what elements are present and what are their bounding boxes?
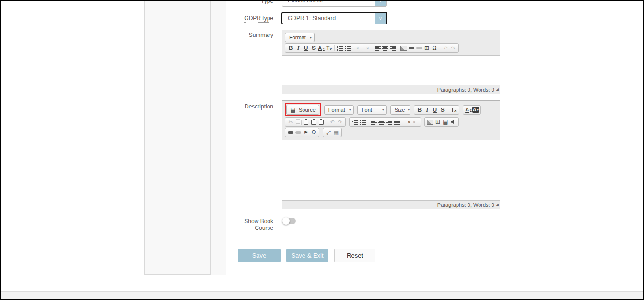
strike-icon[interactable]: S [439, 106, 446, 114]
unlink-icon[interactable] [415, 44, 423, 52]
summary-editing-area[interactable] [282, 55, 500, 85]
copy-icon[interactable] [294, 118, 302, 126]
toolbar-separator [398, 45, 398, 51]
redo-icon[interactable]: ↷ [336, 118, 344, 126]
description-status-bar: Paragraphs: 0, Words: 0 ◢ [282, 201, 500, 209]
list-ul-icon[interactable] [344, 44, 351, 52]
outdent-icon[interactable]: ⇤ [411, 118, 419, 126]
gdpr-type-select[interactable]: GDPR 1: Standard ∨ [281, 12, 387, 24]
toolbar-separator [440, 45, 440, 51]
description-label: Description [226, 103, 273, 110]
align-right-icon[interactable] [389, 44, 397, 52]
list-ul-icon[interactable] [359, 118, 366, 126]
toolbar-separator [334, 45, 335, 51]
bold-icon[interactable]: B [287, 44, 294, 52]
align-center-icon[interactable] [377, 118, 385, 126]
indent-icon[interactable]: ⇥ [404, 118, 411, 126]
summary-editor: Format▾ BIUSAT⇤⇥⊞Ω↶↷ Paragraphs: 0, Word… [282, 30, 500, 94]
paste-icon[interactable] [302, 118, 310, 126]
indent-icon[interactable]: ⇥ [363, 44, 370, 52]
maximize-icon[interactable]: ⤢ [325, 129, 332, 136]
size-dropdown[interactable]: Size▾ [390, 105, 410, 115]
type-select[interactable]: Please Select ∨ [282, 0, 387, 7]
paste-word-icon[interactable] [317, 118, 325, 126]
caret-down-icon: ▾ [408, 108, 410, 112]
redo-icon[interactable]: ↷ [449, 44, 457, 52]
summary-toolbar: Format▾ BIUSAT⇤⇥⊞Ω↶↷ [282, 30, 500, 55]
toggle-knob [282, 217, 290, 225]
align-left-icon[interactable] [374, 44, 381, 52]
list-ol-icon[interactable] [351, 118, 359, 126]
strike-icon[interactable]: S [310, 44, 317, 52]
toolbar-group: ⤢▦ [323, 128, 342, 137]
page: Type Please Select ∨ GDPR type GDPR 1: S… [0, 0, 644, 300]
font-dropdown[interactable]: Font▾ [357, 105, 387, 115]
description-editor: ▤SourceFormat▾Font▾Size▾BIUSTAA ✂↶↷⇥⇤⊞▤ … [282, 100, 500, 209]
link-icon[interactable] [287, 129, 294, 136]
align-center-icon[interactable] [381, 44, 389, 52]
type-label: Type [226, 0, 273, 4]
toolbar-group: ⇥⇤ [349, 117, 421, 127]
toolbar-group: ✂↶↷ [285, 117, 346, 127]
text-color-icon[interactable]: A [317, 44, 325, 52]
align-right-icon[interactable] [385, 118, 393, 126]
resize-handle-icon[interactable]: ◢ [496, 87, 499, 92]
italic-icon[interactable]: I [294, 44, 302, 52]
caret-down-icon: ▾ [382, 108, 384, 112]
toolbar-group: ⚑Ω [285, 128, 319, 137]
format-dropdown[interactable]: Format▾ [324, 105, 354, 115]
resize-handle-icon[interactable]: ◢ [496, 203, 499, 207]
anchor-icon[interactable]: ⚑ [302, 129, 310, 136]
footer-divider [1, 285, 643, 285]
align-justify-icon[interactable] [393, 118, 400, 126]
format-dropdown-label: Format [289, 35, 306, 40]
align-left-icon[interactable] [370, 118, 377, 126]
text-color-icon[interactable]: A [465, 106, 472, 114]
type-select-value: Please Select [282, 0, 375, 4]
toolbar-group: ⊞▤ [424, 117, 459, 127]
toolbar-group: BIUSAT⇤⇥⊞Ω↶↷ [285, 43, 459, 53]
unlink-icon[interactable] [294, 129, 302, 136]
link-icon[interactable] [408, 44, 415, 52]
panel-icon[interactable]: ▤ [442, 118, 449, 126]
table-icon[interactable]: ⊞ [434, 118, 442, 126]
save-button[interactable]: Save [238, 249, 281, 262]
bg-color-icon[interactable]: A [472, 107, 479, 113]
undo-icon[interactable]: ↶ [442, 44, 449, 52]
toolbar-separator [353, 45, 353, 51]
format-dropdown[interactable]: Format▾ [285, 33, 315, 42]
summary-word-count: Paragraphs: 0, Words: 0 [437, 87, 494, 93]
source-button[interactable]: ▤Source [286, 105, 319, 115]
save-exit-button[interactable]: Save & Exit [286, 249, 328, 262]
reset-button[interactable]: Reset [334, 249, 375, 262]
audio-icon[interactable] [449, 118, 457, 126]
remove-format-icon[interactable]: T [450, 106, 457, 114]
omega-icon[interactable]: Ω [310, 129, 317, 136]
cut-icon[interactable]: ✂ [287, 118, 294, 126]
image-icon[interactable] [426, 118, 434, 126]
table-icon[interactable]: ⊞ [423, 44, 431, 52]
remove-format-icon[interactable]: T [325, 44, 333, 52]
undo-icon[interactable]: ↶ [328, 118, 336, 126]
chevron-down-icon: ∨ [375, 13, 386, 24]
left-sidebar-panel [144, 0, 211, 275]
underline-icon[interactable]: U [431, 106, 439, 114]
paste-text-icon[interactable] [310, 118, 317, 126]
omega-icon[interactable]: Ω [431, 44, 438, 52]
caret-down-icon: ▾ [310, 36, 312, 40]
description-editing-area[interactable] [282, 140, 500, 201]
size-dropdown-label: Size [395, 107, 405, 113]
bold-icon[interactable]: B [416, 106, 423, 114]
show-book-course-toggle[interactable] [283, 218, 296, 224]
underline-icon[interactable]: U [302, 44, 310, 52]
gdpr-type-label: GDPR type [226, 15, 273, 22]
list-ol-icon[interactable] [336, 44, 344, 52]
toolbar-separator [368, 119, 368, 125]
show-blocks-icon[interactable]: ▦ [332, 129, 340, 136]
image-icon[interactable] [400, 44, 408, 52]
toolbar-separator [448, 107, 448, 113]
italic-icon[interactable]: I [423, 106, 431, 114]
outdent-icon[interactable]: ⇤ [355, 44, 363, 52]
summary-label: Summary [226, 32, 273, 38]
caret-down-icon: ▾ [349, 108, 351, 112]
